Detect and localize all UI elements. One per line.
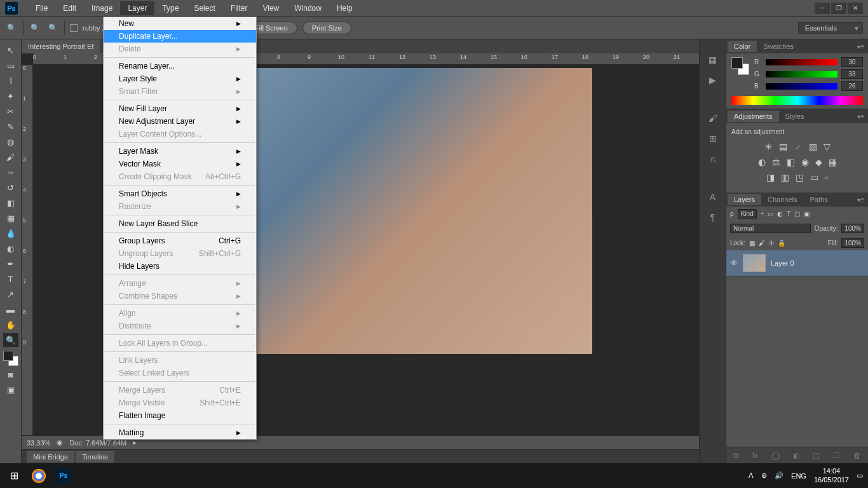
layer-row[interactable]: 👁 Layer 0: [726, 250, 868, 276]
menu-select[interactable]: Select: [186, 1, 222, 15]
fx-icon[interactable]: fx: [752, 451, 758, 460]
minimize-button[interactable]: ─: [815, 3, 830, 14]
blend-mode-select[interactable]: Normal: [730, 224, 811, 233]
menu-item-new-layer-based-slice[interactable]: New Layer Based Slice: [104, 217, 256, 230]
vibrance-icon[interactable]: ▽: [824, 142, 831, 152]
close-button[interactable]: ✕: [848, 3, 863, 14]
screen-mode-icon[interactable]: ▣: [3, 383, 18, 396]
dodge-tool[interactable]: ◐: [3, 241, 18, 255]
menu-item-matting[interactable]: Matting▶: [104, 426, 256, 439]
menu-edit[interactable]: Edit: [55, 1, 84, 15]
selective-color-icon[interactable]: ▫: [825, 172, 828, 182]
color-picker-swatches[interactable]: [731, 57, 749, 75]
stamp-tool[interactable]: ⎃: [3, 165, 18, 179]
g-slider[interactable]: [766, 71, 837, 78]
menu-item-vector-mask[interactable]: Vector Mask▶: [104, 158, 256, 170]
g-value[interactable]: 33: [841, 69, 863, 79]
panel-menu-icon[interactable]: ▾≡: [853, 196, 868, 203]
tray-chevron-icon[interactable]: ᐱ: [749, 471, 754, 480]
menu-type[interactable]: Type: [154, 1, 186, 15]
doc-info[interactable]: Doc: 7.64M/7.64M: [69, 439, 126, 447]
brush-tool[interactable]: 🖌: [3, 150, 18, 164]
lasso-tool[interactable]: ⌇: [3, 74, 18, 88]
gradient-map-icon[interactable]: ▭: [810, 172, 818, 182]
marquee-tool[interactable]: ▭: [3, 58, 18, 72]
levels-icon[interactable]: ▤: [779, 142, 787, 152]
menu-item-group-layers[interactable]: Group LayersCtrl+G: [104, 234, 256, 247]
gradient-tool[interactable]: ▦: [3, 211, 18, 225]
crop-tool[interactable]: ✂: [3, 104, 18, 118]
delete-icon[interactable]: 🗑: [853, 451, 861, 460]
curves-icon[interactable]: ⟋: [794, 142, 803, 152]
invert-icon[interactable]: ◨: [766, 172, 775, 182]
workspace-selector[interactable]: Essentials: [798, 22, 863, 34]
color-swatches[interactable]: [3, 351, 18, 366]
character-panel-icon[interactable]: A: [705, 189, 721, 205]
wand-tool[interactable]: ✦: [3, 89, 18, 103]
status-icon[interactable]: ◉: [57, 438, 63, 447]
path-tool[interactable]: ↗: [3, 287, 18, 301]
tab-timeline[interactable]: Timeline: [76, 451, 114, 463]
resize-windows-checkbox[interactable]: [70, 24, 78, 32]
move-tool[interactable]: ↖: [3, 43, 18, 57]
threshold-icon[interactable]: ◳: [796, 172, 804, 182]
tab-adjustments[interactable]: Adjustments: [728, 111, 779, 122]
color-spectrum[interactable]: [731, 96, 863, 105]
brush-presets-icon[interactable]: ⊞: [705, 131, 721, 146]
option-print-size[interactable]: Print Size: [302, 22, 351, 34]
exposure-icon[interactable]: ▧: [809, 142, 817, 152]
maximize-button[interactable]: ❐: [831, 3, 846, 14]
type-tool[interactable]: T: [3, 272, 18, 286]
r-slider[interactable]: [766, 59, 837, 65]
balance-icon[interactable]: ⚖: [772, 157, 780, 167]
lookup-icon[interactable]: ▦: [829, 157, 837, 167]
volume-icon[interactable]: 🔊: [775, 471, 783, 480]
menu-image[interactable]: Image: [84, 1, 120, 15]
photo-filter-icon[interactable]: ◉: [801, 157, 809, 167]
fill-value[interactable]: 100%: [841, 238, 864, 248]
fill-adj-icon[interactable]: ◐: [793, 451, 799, 460]
r-value[interactable]: 30: [841, 57, 863, 67]
filter-smart-icon[interactable]: ▣: [804, 210, 810, 217]
filter-image-icon[interactable]: ▭: [768, 210, 773, 217]
menu-item-duplicate-layer[interactable]: Duplicate Layer...: [104, 30, 256, 43]
menu-item-new-adjustment-layer[interactable]: New Adjustment Layer▶: [104, 115, 256, 128]
eyedropper-tool[interactable]: ✎: [3, 119, 18, 133]
menu-file[interactable]: File: [28, 1, 55, 15]
posterize-icon[interactable]: ▥: [781, 172, 789, 182]
menu-item-layer-mask[interactable]: Layer Mask▶: [104, 145, 256, 158]
new-layer-icon[interactable]: ☐: [833, 451, 840, 460]
lock-all-icon[interactable]: 🔒: [778, 240, 785, 247]
tab-paths[interactable]: Paths: [804, 194, 834, 205]
layer-filter-kind[interactable]: Kind: [738, 209, 757, 219]
mask-icon[interactable]: ◯: [771, 451, 780, 460]
filter-adj-icon[interactable]: ◐: [777, 210, 783, 217]
shape-tool[interactable]: ▬: [3, 302, 18, 316]
menu-item-smart-objects[interactable]: Smart Objects▶: [104, 187, 256, 200]
menu-item-rename-layer[interactable]: Rename Layer...: [104, 60, 256, 72]
lock-position-icon[interactable]: ✢: [769, 240, 774, 247]
zoom-out-icon[interactable]: 🔍: [46, 22, 59, 34]
lock-transparency-icon[interactable]: ▩: [749, 240, 755, 247]
tab-styles[interactable]: Styles: [779, 111, 811, 122]
clock[interactable]: 14:04 16/05/2017: [814, 467, 849, 484]
panel-menu-icon[interactable]: ▾≡: [853, 113, 868, 120]
menu-item-new[interactable]: New▶: [104, 17, 256, 30]
filter-shape-icon[interactable]: ▢: [794, 210, 800, 217]
hue-icon[interactable]: ◐: [758, 157, 766, 167]
menu-view[interactable]: View: [255, 1, 287, 15]
tab-channels[interactable]: Channels: [761, 194, 803, 205]
document-tab[interactable]: Interesting Portrait Ef: [22, 39, 100, 53]
b-value[interactable]: 26: [841, 81, 863, 91]
layer-name[interactable]: Layer 0: [771, 259, 794, 267]
brightness-icon[interactable]: ☀: [764, 142, 773, 152]
menu-item-flatten-image[interactable]: Flatten Image: [104, 409, 256, 422]
menu-item-hide-layers[interactable]: Hide Layers: [104, 260, 256, 273]
opacity-value[interactable]: 100%: [841, 224, 864, 233]
tab-color[interactable]: Color: [728, 41, 757, 52]
panel-menu-icon[interactable]: ▾≡: [853, 43, 868, 50]
brush-panel-icon[interactable]: 🖌: [705, 111, 721, 126]
link-icon[interactable]: ⧉: [733, 451, 739, 460]
quick-mask-icon[interactable]: ◙: [3, 367, 18, 381]
actions-panel-icon[interactable]: ▶: [705, 72, 721, 88]
